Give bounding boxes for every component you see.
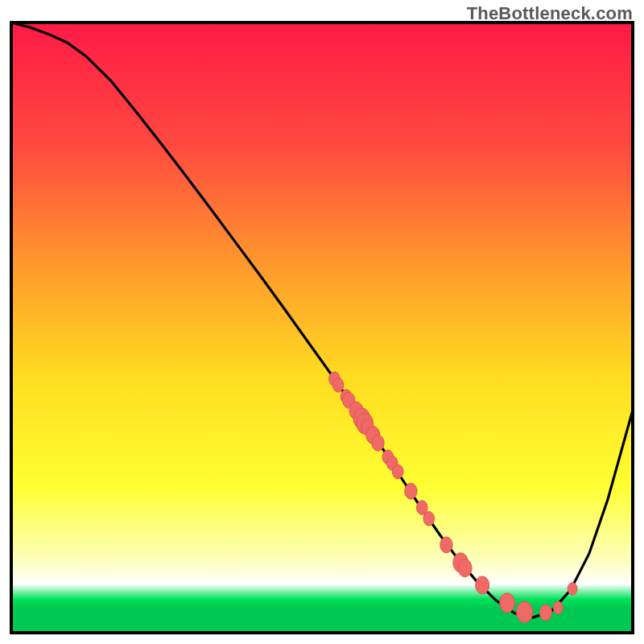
data-marker [568,583,577,595]
plot-background [11,23,633,633]
data-marker [423,511,435,526]
data-marker [500,593,515,613]
watermark-text: TheBottleneck.com [467,3,633,24]
data-marker [539,605,551,621]
data-marker [553,601,563,613]
data-marker [405,483,417,499]
data-marker [440,537,452,553]
data-marker [516,601,532,622]
chart-container: TheBottleneck.com [0,0,644,644]
data-marker [332,378,344,392]
data-marker [392,464,403,479]
data-marker [458,559,472,577]
data-marker [476,576,489,594]
data-marker [372,435,384,451]
bottleneck-chart [0,0,644,644]
